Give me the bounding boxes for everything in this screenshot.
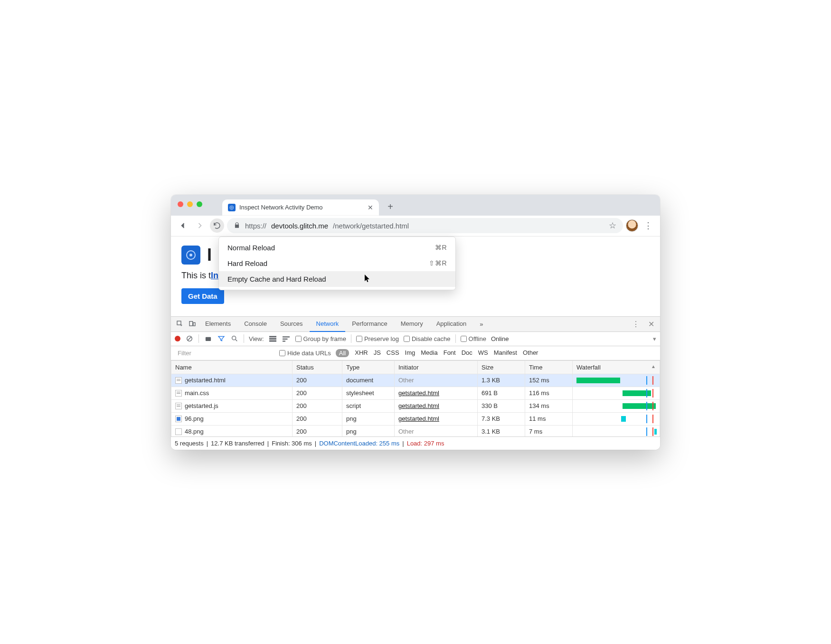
devtools-tabs: ElementsConsoleSourcesNetworkPerformance… <box>171 317 660 332</box>
cell-size: 3.1 KB <box>478 425 525 436</box>
cell-waterfall <box>573 399 660 412</box>
forward-button[interactable] <box>193 218 207 233</box>
cell-initiator: Other <box>395 425 478 436</box>
reload-button[interactable] <box>210 218 224 233</box>
get-data-button[interactable]: Get Data <box>181 288 224 304</box>
clear-icon[interactable] <box>185 334 194 343</box>
reload-context-menu: Normal Reload ⌘R Hard Reload ⇧⌘R Empty C… <box>218 237 456 290</box>
devtools-tab-memory[interactable]: Memory <box>394 316 430 332</box>
window-controls <box>178 201 202 207</box>
devtools-tab-more[interactable]: » <box>473 317 490 331</box>
overview-icon[interactable] <box>282 334 291 343</box>
address-bar[interactable]: https://devtools.glitch.me/network/getst… <box>227 218 623 233</box>
column-time[interactable]: Time <box>525 360 573 374</box>
filter-icon[interactable] <box>217 334 226 343</box>
page-logo-icon <box>181 246 200 265</box>
svg-rect-10 <box>269 336 276 337</box>
cell-type: stylesheet <box>342 387 395 399</box>
devtools-tab-sources[interactable]: Sources <box>274 316 310 332</box>
network-row[interactable]: main.css200stylesheetgetstarted.html691 … <box>171 387 660 399</box>
network-row[interactable]: 48.png200pngOther3.1 KB7 ms <box>171 425 660 436</box>
menu-label: Normal Reload <box>227 244 275 252</box>
cell-time: 116 ms <box>525 387 573 399</box>
network-row[interactable]: getstarted.js200scriptgetstarted.html330… <box>171 399 660 412</box>
throttling-select[interactable]: Online <box>491 335 509 342</box>
network-filter-bar: Filter Hide data URLs AllXHRJSCSSImgMedi… <box>171 346 660 360</box>
cell-size: 330 B <box>478 399 525 412</box>
capture-screenshot-icon[interactable] <box>204 334 212 343</box>
cell-initiator: getstarted.html <box>395 412 478 425</box>
filter-type-font[interactable]: Font <box>444 349 456 357</box>
filter-type-ws[interactable]: WS <box>478 349 488 357</box>
filter-type-other[interactable]: Other <box>523 349 538 357</box>
svg-rect-3 <box>189 322 193 326</box>
close-window-button[interactable] <box>178 201 183 207</box>
browser-tab[interactable]: ◎ Inspect Network Activity Demo ✕ <box>222 199 379 216</box>
record-button[interactable] <box>175 336 180 341</box>
column-waterfall[interactable]: Waterfall <box>573 360 660 374</box>
browser-window: ◎ Inspect Network Activity Demo ✕ + http… <box>171 195 660 450</box>
devtools-tab-elements[interactable]: Elements <box>198 316 237 332</box>
cell-time: 7 ms <box>525 425 573 436</box>
devtools-menu-button[interactable]: ⋮ <box>630 320 642 329</box>
search-icon[interactable] <box>230 334 239 343</box>
cell-initiator: getstarted.html <box>395 399 478 412</box>
cell-status: 200 <box>293 387 342 399</box>
filter-type-doc[interactable]: Doc <box>462 349 472 357</box>
column-type[interactable]: Type <box>342 360 395 374</box>
svg-line-9 <box>236 340 237 341</box>
filter-type-css[interactable]: CSS <box>387 349 399 357</box>
filter-type-manifest[interactable]: Manifest <box>494 349 517 357</box>
offline-checkbox[interactable]: Offline <box>461 335 486 342</box>
cell-status: 200 <box>293 399 342 412</box>
devtools-close-button[interactable]: ✕ <box>645 320 657 329</box>
menu-normal-reload[interactable]: Normal Reload ⌘R <box>219 240 455 256</box>
cell-waterfall <box>573 387 660 399</box>
back-button[interactable] <box>176 218 190 233</box>
profile-avatar[interactable] <box>626 219 638 232</box>
network-row[interactable]: getstarted.html200documentOther1.3 KB152… <box>171 374 660 387</box>
maximize-window-button[interactable] <box>197 201 202 207</box>
tab-close-button[interactable]: ✕ <box>368 204 373 211</box>
favicon-icon: ◎ <box>228 204 236 211</box>
devtools-tab-network[interactable]: Network <box>310 316 346 332</box>
group-by-frame-checkbox[interactable]: Group by frame <box>295 335 346 342</box>
devtools-tab-performance[interactable]: Performance <box>345 316 394 332</box>
mouse-cursor-icon <box>364 274 371 283</box>
filter-type-img[interactable]: Img <box>405 349 416 357</box>
column-size[interactable]: Size <box>478 360 525 374</box>
cell-time: 134 ms <box>525 399 573 412</box>
new-tab-button[interactable]: + <box>384 200 397 214</box>
toolbar-dropdown-icon[interactable]: ▾ <box>653 335 656 342</box>
network-row[interactable]: 96.png200pnggetstarted.html7.3 KB11 ms <box>171 412 660 425</box>
menu-hard-reload[interactable]: Hard Reload ⇧⌘R <box>219 256 455 271</box>
filter-type-xhr[interactable]: XHR <box>355 349 368 357</box>
svg-line-6 <box>188 337 191 341</box>
filter-input[interactable]: Filter <box>175 349 274 358</box>
cell-initiator: Other <box>395 374 478 387</box>
device-toggle-icon[interactable] <box>186 318 198 330</box>
hide-data-urls-checkbox[interactable]: Hide data URLs <box>279 350 331 357</box>
devtools-tab-console[interactable]: Console <box>237 316 274 332</box>
minimize-window-button[interactable] <box>187 201 193 207</box>
svg-point-1 <box>189 254 192 256</box>
column-name[interactable]: Name <box>171 360 293 374</box>
large-rows-icon[interactable] <box>269 334 277 343</box>
network-toolbar: View: Group by frame Preserve log Disabl… <box>171 332 660 346</box>
bookmark-star-icon[interactable]: ☆ <box>609 220 616 231</box>
status-load: Load: 297 ms <box>407 440 444 447</box>
browser-menu-button[interactable]: ⋮ <box>641 220 655 231</box>
filter-type-js[interactable]: JS <box>374 349 381 357</box>
svg-rect-12 <box>269 340 276 341</box>
cell-status: 200 <box>293 412 342 425</box>
inspect-element-icon[interactable] <box>174 318 186 330</box>
devtools-tab-application[interactable]: Application <box>430 316 473 332</box>
filter-type-all[interactable]: All <box>336 349 349 357</box>
column-status[interactable]: Status <box>293 360 342 374</box>
disable-cache-checkbox[interactable]: Disable cache <box>404 335 451 342</box>
preserve-log-checkbox[interactable]: Preserve log <box>356 335 399 342</box>
tab-strip: ◎ Inspect Network Activity Demo ✕ + <box>171 195 660 216</box>
filter-type-media[interactable]: Media <box>421 349 437 357</box>
column-initiator[interactable]: Initiator <box>395 360 478 374</box>
menu-empty-cache-hard-reload[interactable]: Empty Cache and Hard Reload <box>219 271 455 287</box>
